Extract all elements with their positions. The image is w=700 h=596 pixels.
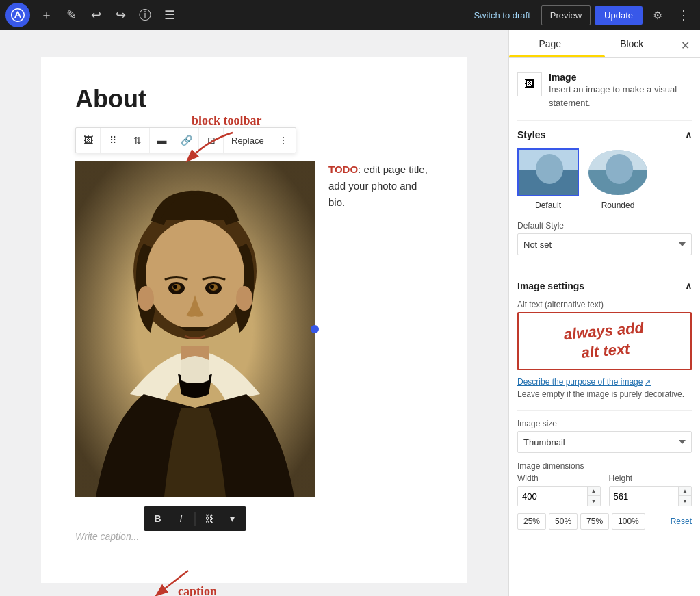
default-style-select[interactable]: Not set [517, 233, 692, 255]
width-increment[interactable]: ▲ [588, 487, 600, 496]
style-option-default[interactable]: Default [517, 148, 579, 210]
update-button[interactable]: Update [595, 6, 643, 25]
edit-icon[interactable]: ✎ [60, 4, 82, 26]
style-rounded-label: Rounded [601, 200, 635, 210]
style-image-default [519, 150, 578, 195]
image-block-icon[interactable]: 🖼 [76, 128, 101, 153]
percent-25-button[interactable]: 25% [517, 513, 546, 530]
style-default-label: Default [535, 200, 561, 210]
bold-button[interactable]: B [147, 509, 169, 528]
svg-point-18 [606, 154, 633, 184]
alt-text-label: Alt text (alternative text) [517, 300, 692, 309]
tab-page[interactable]: Page [509, 30, 591, 57]
percent-50-button[interactable]: 50% [549, 513, 578, 530]
settings-button[interactable]: ⚙ [647, 4, 669, 26]
link-inline-button[interactable]: ⛓ [198, 509, 220, 528]
style-image-rounded [588, 150, 647, 195]
caption-annotation: caption [178, 584, 217, 596]
dropdown-arrow[interactable]: ▾ [222, 509, 244, 528]
sidebar-tabs: Page Block ✕ [509, 30, 700, 58]
replace-button[interactable]: Replace [224, 128, 271, 153]
preview-button[interactable]: Preview [541, 5, 591, 25]
block-info-title: Image [549, 72, 692, 83]
dimensions-row: Width ▲ ▼ Height ▲ [517, 474, 692, 506]
caption-placeholder[interactable]: Write caption... [75, 531, 139, 542]
height-increment[interactable]: ▲ [679, 487, 691, 496]
italic-button[interactable]: I [170, 509, 192, 528]
tab-highlight [509, 55, 605, 57]
svg-point-9 [210, 285, 214, 289]
alt-text-box[interactable]: always add alt text [517, 312, 692, 370]
default-style-label: Default Style [517, 221, 692, 231]
wp-logo[interactable] [5, 3, 30, 27]
sidebar-content: 🖼 Image Insert an image to make a visual… [509, 58, 700, 538]
svg-point-11 [236, 286, 252, 311]
style-preview-default [517, 148, 579, 196]
poe-image [75, 161, 315, 497]
editor-wrapper: About 🖼 ⠿ ⇅ ▬ 🔗 ⊡ Replace ⋮ [41, 57, 467, 583]
image-container: B I ⛓ ▾ [75, 161, 315, 497]
external-link-icon: ↗ [645, 378, 651, 387]
undo-icon[interactable]: ↩ [85, 4, 107, 26]
editor-area: About 🖼 ⠿ ⇅ ▬ 🔗 ⊡ Replace ⋮ [0, 30, 508, 596]
styles-section-header[interactable]: Styles ∧ [517, 129, 692, 140]
drag-handle[interactable]: ⠿ [101, 128, 125, 153]
block-toolbar-annotation: block toolbar [192, 114, 262, 127]
todo-text-block: TODO: edit page title, add your photo an… [328, 161, 433, 211]
align-button[interactable]: ▬ [150, 128, 174, 153]
alt-text-hint: Leave empty if the image is purely decor… [517, 389, 692, 399]
width-input[interactable] [518, 487, 587, 506]
percent-100-button[interactable]: 100% [612, 513, 645, 530]
todo-label: TODO [328, 164, 358, 175]
add-block-button[interactable]: ＋ [36, 4, 57, 26]
styles-collapse-icon[interactable]: ∧ [685, 129, 692, 140]
caption-area[interactable]: Write caption... [75, 531, 433, 542]
image-settings-label: Image settings [517, 281, 584, 291]
style-preview-rounded [587, 148, 649, 196]
more-block-options[interactable]: ⋮ [271, 128, 296, 153]
block-toolbar: 🖼 ⠿ ⇅ ▬ 🔗 ⊡ Replace ⋮ [75, 127, 296, 153]
height-spinner: ▲ ▼ [678, 487, 691, 506]
alt-text-link-text[interactable]: Describe the purpose of the image [517, 377, 643, 387]
crop-button[interactable]: ⊡ [199, 128, 224, 153]
styles-label: Styles [517, 129, 545, 140]
percent-75-button[interactable]: 75% [580, 513, 609, 530]
width-decrement[interactable]: ▼ [588, 496, 600, 506]
percent-row: 25% 50% 75% 100% Reset [517, 513, 692, 530]
tab-block[interactable]: Block [591, 30, 673, 57]
svg-point-10 [138, 286, 154, 311]
style-option-rounded[interactable]: Rounded [587, 148, 649, 210]
svg-point-8 [173, 285, 177, 289]
image-size-select[interactable]: Thumbnail Medium Large Full Size [517, 431, 692, 453]
image-settings-collapse-icon[interactable]: ∧ [685, 281, 692, 291]
sidebar-close-button[interactable]: ✕ [675, 36, 695, 55]
height-input-wrap: ▲ ▼ [609, 486, 692, 506]
height-decrement[interactable]: ▼ [679, 496, 691, 506]
image-size-label: Image size [517, 419, 692, 428]
image-settings-header[interactable]: Image settings ∧ [517, 281, 692, 291]
width-spinner: ▲ ▼ [587, 487, 600, 506]
alt-text-link[interactable]: Describe the purpose of the image ↗ [517, 377, 692, 387]
info-icon[interactable]: ⓘ [134, 4, 156, 26]
svg-point-15 [536, 154, 563, 184]
height-label: Height [609, 474, 692, 483]
width-field: Width ▲ ▼ [517, 474, 601, 506]
list-view-icon[interactable]: ☰ [159, 4, 181, 26]
inline-text-toolbar: B I ⛓ ▾ [144, 506, 246, 531]
link-button[interactable]: 🔗 [174, 128, 199, 153]
resize-handle[interactable] [311, 325, 319, 333]
block-info-icon: 🖼 [517, 72, 542, 96]
top-bar: ＋ ✎ ↩ ↪ ⓘ ☰ Switch to draft Preview Upda… [0, 0, 700, 30]
main-layout: About 🖼 ⠿ ⇅ ▬ 🔗 ⊡ Replace ⋮ [0, 30, 700, 596]
height-input[interactable] [610, 487, 679, 506]
redo-icon[interactable]: ↪ [109, 4, 131, 26]
switch-to-draft-button[interactable]: Switch to draft [467, 6, 536, 25]
more-options-button[interactable]: ⋮ [673, 4, 695, 26]
block-info-description: Insert an image to make a visual stateme… [549, 83, 692, 109]
page-title[interactable]: About [75, 85, 433, 114]
width-input-wrap: ▲ ▼ [517, 486, 601, 506]
reset-dimensions-button[interactable]: Reset [671, 517, 692, 526]
move-up-down[interactable]: ⇅ [125, 128, 150, 153]
alt-text-content: always add alt text [563, 318, 647, 364]
style-options: Default Rounded [517, 148, 692, 210]
